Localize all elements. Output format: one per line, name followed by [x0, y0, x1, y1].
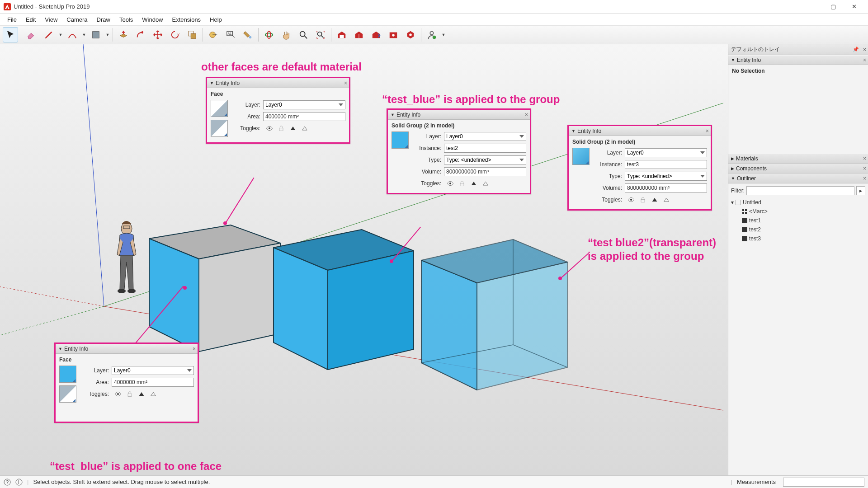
arc-dropdown[interactable]: ▼ — [82, 33, 86, 37]
minimize-button[interactable]: — — [802, 0, 823, 14]
extension-manager-icon[interactable] — [403, 27, 418, 42]
pencil-tool[interactable] — [41, 27, 57, 42]
pin-icon[interactable]: 📌 — [853, 47, 859, 52]
lock-icon[interactable] — [458, 180, 466, 187]
warehouse-open-icon[interactable] — [351, 27, 367, 42]
menu-extensions[interactable]: Extensions — [168, 15, 206, 24]
visible-icon[interactable] — [114, 390, 122, 398]
svg-rect-38 — [128, 394, 132, 396]
shadow-cast-icon[interactable] — [289, 125, 297, 132]
outliner-header[interactable]: ▼Outliner× — [728, 174, 868, 183]
warehouse-upload-icon[interactable] — [368, 27, 384, 42]
visible-icon[interactable] — [627, 196, 635, 203]
close-icon[interactable]: × — [863, 57, 866, 63]
layer-select[interactable]: Layer0 — [625, 148, 707, 157]
tray-header[interactable]: デフォルトのトレイ 📌 × — [728, 44, 868, 55]
type-select[interactable]: Type: <undefined> — [625, 172, 707, 181]
back-material-swatch[interactable] — [211, 120, 228, 137]
shadow-receive-icon[interactable] — [482, 180, 489, 187]
menu-edit[interactable]: Edit — [21, 15, 40, 24]
extension-warehouse-icon[interactable] — [386, 27, 401, 42]
close-icon[interactable]: × — [863, 165, 866, 172]
front-material-swatch[interactable] — [211, 100, 228, 117]
materials-header[interactable]: ▶Materials× — [728, 154, 868, 164]
info-icon[interactable]: i — [15, 479, 23, 486]
outliner-item-marc[interactable]: <Marc> — [731, 207, 865, 216]
filter-input[interactable] — [746, 186, 854, 195]
shadow-cast-icon[interactable] — [651, 196, 658, 203]
instance-field[interactable] — [625, 160, 707, 169]
components-header[interactable]: ▶Components× — [728, 164, 868, 174]
material-swatch[interactable] — [392, 131, 409, 149]
select-tool[interactable] — [3, 27, 18, 42]
user-icon[interactable] — [424, 27, 439, 42]
zoom-tool[interactable] — [296, 27, 311, 42]
close-icon[interactable]: × — [344, 80, 347, 86]
arc-tool[interactable] — [65, 27, 80, 42]
close-icon[interactable]: × — [863, 155, 866, 162]
pencil-dropdown[interactable]: ▼ — [58, 33, 63, 37]
text-tool[interactable]: A1 — [223, 27, 238, 42]
outliner-item-test3[interactable]: test3 — [731, 234, 865, 243]
pushpull-tool[interactable] — [116, 27, 131, 42]
front-material-swatch[interactable] — [59, 366, 76, 383]
warehouse3d-icon[interactable] — [334, 27, 349, 42]
lock-icon[interactable] — [278, 125, 285, 132]
layer-select[interactable]: Layer0 — [112, 366, 194, 375]
shape-dropdown[interactable]: ▼ — [105, 33, 110, 37]
tape-tool[interactable] — [206, 27, 221, 42]
shadow-receive-icon[interactable] — [150, 390, 157, 398]
back-material-swatch[interactable] — [59, 385, 76, 403]
close-icon[interactable]: × — [706, 128, 709, 134]
visible-icon[interactable] — [447, 180, 454, 187]
type-select[interactable]: Type: <undefined> — [444, 155, 526, 164]
lock-icon[interactable] — [126, 390, 133, 398]
entity-info-header[interactable]: ▼Entity Info× — [728, 55, 868, 65]
entity-info-group2[interactable]: ▼Entity Info× Solid Group (2 in model) L… — [387, 108, 531, 194]
close-icon[interactable]: × — [525, 112, 528, 118]
shadow-receive-icon[interactable] — [663, 196, 670, 203]
shadow-cast-icon[interactable] — [138, 390, 145, 398]
rotate-tool[interactable] — [167, 27, 183, 42]
menu-help[interactable]: Help — [205, 15, 226, 24]
outliner-item-test2[interactable]: test2 — [731, 225, 865, 234]
offset-tool[interactable] — [133, 27, 148, 42]
menu-view[interactable]: View — [40, 15, 62, 24]
maximize-button[interactable]: ▢ — [823, 0, 844, 14]
close-icon[interactable]: × — [193, 346, 196, 352]
filter-menu-button[interactable]: ▸ — [856, 186, 865, 195]
viewport-3d[interactable]: other faces are default material “test_b… — [0, 44, 728, 475]
lock-icon[interactable] — [639, 196, 646, 203]
help-icon[interactable]: ? — [4, 479, 11, 486]
zoom-extents-tool[interactable] — [313, 27, 328, 42]
material-swatch[interactable] — [572, 148, 590, 165]
outliner-item-test1[interactable]: test1 — [731, 216, 865, 225]
menu-draw[interactable]: Draw — [92, 15, 115, 24]
close-icon[interactable]: × — [863, 47, 866, 53]
entity-info-face-top[interactable]: ▼Entity Info× Face Layer:Layer0 Area:400… — [206, 77, 350, 144]
entity-info-face-bottom[interactable]: ▼Entity Info× Face Layer:Layer0 Area:400… — [54, 343, 199, 423]
eraser-tool[interactable] — [24, 27, 39, 42]
pan-tool[interactable] — [278, 27, 294, 42]
shape-tool[interactable] — [88, 27, 104, 42]
layer-select[interactable]: Layer0 — [263, 100, 345, 109]
instance-field[interactable] — [444, 144, 526, 153]
shadow-cast-icon[interactable] — [470, 180, 477, 187]
measurements-input[interactable] — [783, 478, 864, 487]
close-button[interactable]: ✕ — [844, 0, 864, 14]
menu-camera[interactable]: Camera — [62, 15, 92, 24]
orbit-tool[interactable] — [261, 27, 277, 42]
paint-tool[interactable] — [240, 27, 255, 42]
layer-select[interactable]: Layer0 — [444, 132, 526, 141]
shadow-receive-icon[interactable] — [301, 125, 308, 132]
menu-window[interactable]: Window — [137, 15, 167, 24]
close-icon[interactable]: × — [863, 175, 866, 182]
move-tool[interactable] — [150, 27, 165, 42]
outliner-root[interactable]: ▾Untitled — [731, 198, 865, 207]
scale-tool[interactable] — [184, 27, 200, 42]
visible-icon[interactable] — [266, 125, 273, 132]
user-dropdown[interactable]: ▼ — [441, 33, 446, 37]
menu-file[interactable]: File — [3, 15, 21, 24]
menu-tools[interactable]: Tools — [115, 15, 137, 24]
entity-info-group3[interactable]: ▼Entity Info× Solid Group (2 in model) L… — [567, 125, 712, 211]
